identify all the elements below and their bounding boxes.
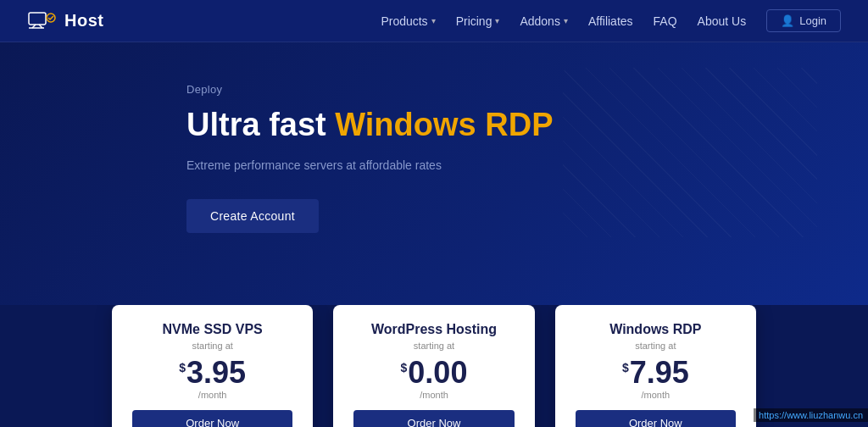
brand-name: Host (64, 11, 103, 30)
card-wp-title: WordPress Hosting (353, 322, 514, 337)
card-wp-value: 0.00 (408, 358, 467, 388)
hero-subtitle: Extreme performance servers at affordabl… (186, 158, 800, 172)
deploy-label: Deploy (186, 83, 800, 96)
nav-affiliates[interactable]: Affiliates (588, 14, 633, 28)
hero-title: Ultra fast Windows RDP (186, 106, 800, 145)
products-chevron-icon: ▾ (431, 16, 436, 25)
card-rdp-period: /month (576, 390, 736, 400)
card-rdp-dollar: $ (622, 361, 629, 374)
logo[interactable]: Host (27, 9, 103, 33)
card-vps-value: 3.95 (186, 358, 246, 388)
nav-links: Products ▾ Pricing ▾ Addons ▾ Affiliates… (381, 9, 841, 32)
navbar: Host Products ▾ Pricing ▾ Addons ▾ Affil… (0, 0, 868, 42)
card-rdp-value: 7.95 (630, 358, 689, 388)
order-rdp-button[interactable]: Order Now (576, 410, 736, 427)
pricing-chevron-icon: ▾ (495, 16, 499, 25)
addons-chevron-icon: ▾ (564, 16, 568, 25)
user-icon: 👤 (781, 14, 794, 27)
nav-about[interactable]: About Us (698, 14, 747, 28)
svg-rect-0 (29, 13, 46, 25)
nav-products[interactable]: Products ▾ (381, 14, 435, 28)
card-rdp-title: Windows RDP (576, 322, 736, 337)
create-account-button[interactable]: Create Account (186, 199, 319, 233)
card-vps-period: /month (132, 390, 292, 400)
order-wp-button[interactable]: Order Now (353, 410, 514, 427)
card-wp-price: $ 0.00 (353, 358, 514, 388)
hero-section: Deploy Ultra fast Windows RDP Extreme pe… (0, 42, 868, 305)
nav-addons[interactable]: Addons ▾ (520, 14, 567, 28)
card-rdp-subtitle: starting at (576, 341, 736, 351)
pricing-cards-section: NVMe SSD VPS starting at $ 3.95 /month O… (0, 305, 868, 427)
login-button[interactable]: 👤 Login (766, 9, 841, 32)
watermark: https://www.liuzhanwu.cn (754, 408, 868, 422)
nav-pricing[interactable]: Pricing ▾ (456, 14, 500, 28)
logo-icon (27, 9, 58, 33)
nav-faq[interactable]: FAQ (654, 14, 677, 28)
card-wp-subtitle: starting at (353, 341, 514, 351)
card-vps-dollar: $ (179, 361, 186, 374)
hero-title-highlight: Windows RDP (335, 107, 553, 142)
card-vps-title: NVMe SSD VPS (132, 322, 292, 337)
order-vps-button[interactable]: Order Now (132, 410, 292, 427)
pricing-card-wordpress: WordPress Hosting starting at $ 0.00 /mo… (333, 305, 534, 427)
card-wp-dollar: $ (401, 361, 408, 374)
card-vps-price: $ 3.95 (132, 358, 292, 388)
hero-title-text: Ultra fast (186, 107, 335, 142)
pricing-card-rdp: Windows RDP starting at $ 7.95 /month Or… (555, 305, 756, 427)
pricing-card-vps: NVMe SSD VPS starting at $ 3.95 /month O… (112, 305, 313, 427)
card-vps-subtitle: starting at (132, 341, 292, 351)
card-rdp-price: $ 7.95 (576, 358, 736, 388)
card-wp-period: /month (353, 390, 514, 400)
